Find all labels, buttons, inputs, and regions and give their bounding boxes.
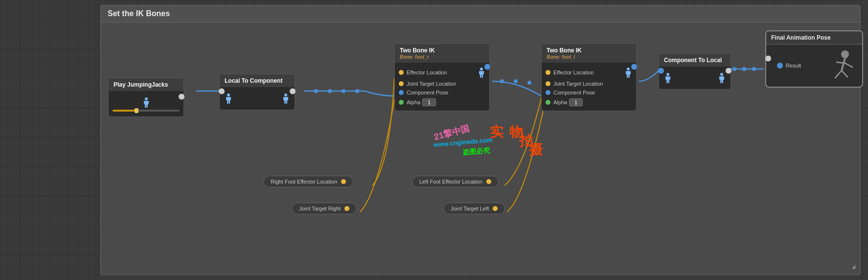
pin-dot-yellow	[493, 206, 498, 211]
svg-rect-22	[227, 101, 228, 104]
svg-rect-51	[723, 76, 724, 80]
svg-point-2	[328, 89, 332, 93]
svg-rect-17	[146, 105, 148, 108]
input-pin[interactable]	[765, 55, 771, 61]
svg-rect-26	[283, 97, 285, 100]
svg-point-42	[666, 73, 669, 76]
two-bone-ik-right-node: Two Bone IK Bone: foot_r Effector Locati…	[394, 44, 490, 111]
svg-line-57	[842, 70, 847, 77]
component-pose-pin-right[interactable]: Component Pose	[395, 88, 489, 97]
svg-rect-38	[626, 71, 627, 74]
final-animation-pose-body: Result	[766, 45, 862, 87]
running-person-icon	[828, 48, 857, 83]
play-jumping-jacks-header: Play JumpingJacks	[109, 78, 183, 91]
alpha-pin-left[interactable]: Alpha	[542, 97, 636, 108]
output-pin-right[interactable]	[484, 64, 490, 70]
svg-rect-50	[719, 76, 721, 80]
alpha-input-right[interactable]	[422, 98, 436, 106]
svg-point-5	[500, 79, 504, 83]
svg-rect-28	[284, 101, 286, 104]
pin-dot-green	[399, 100, 404, 105]
svg-point-10	[742, 67, 746, 71]
output-pin[interactable]	[726, 68, 731, 74]
final-animation-pose-node: Final Animation Pose Result	[765, 30, 863, 88]
left-foot-effector-pill[interactable]: Left Foot Effector Location	[412, 176, 499, 187]
svg-rect-35	[482, 75, 483, 78]
svg-point-48	[720, 73, 723, 76]
two-bone-ik-right-header: Two Bone IK Bone: foot_r	[395, 44, 489, 63]
svg-point-11	[752, 67, 756, 71]
pin-dot-blue	[546, 90, 550, 95]
svg-line-55	[842, 58, 845, 70]
output-pin-left[interactable]	[631, 64, 637, 70]
pin-dot-green	[546, 100, 550, 105]
pin-dot-yellow	[486, 179, 491, 184]
joint-target-left-pill[interactable]: Joint Target Left	[443, 203, 505, 214]
two-bone-ik-right-body: Effector Location Joint Target Location …	[395, 63, 489, 111]
corner-mark: ◢	[851, 263, 855, 270]
svg-rect-44	[665, 76, 667, 80]
joint-target-location-pin-left[interactable]: Joint Target Location	[542, 79, 636, 88]
component-to-local-body	[659, 67, 731, 89]
play-jumping-jacks-body	[109, 91, 183, 117]
two-bone-ik-left-body: Effector Location Joint Target Location …	[542, 63, 636, 111]
pin-dot-yellow	[341, 179, 346, 184]
effector-location-pin-right[interactable]: Effector Location	[395, 66, 489, 79]
joint-target-location-pin-right[interactable]: Joint Target Location	[395, 79, 489, 88]
input-pin[interactable]	[658, 68, 664, 74]
svg-rect-41	[629, 75, 630, 78]
right-foot-effector-pill[interactable]: Right Foot Effector Location	[263, 176, 353, 187]
watermark-2: www.cngineda.com	[434, 136, 493, 148]
component-pose-pin-left[interactable]: Component Pose	[542, 88, 636, 97]
joint-target-right-pill[interactable]: Joint Target Right	[292, 203, 357, 214]
component-to-local-header: Component To Local	[659, 54, 731, 67]
svg-rect-40	[627, 75, 628, 78]
pin-dot-yellow	[344, 206, 349, 211]
svg-rect-34	[480, 75, 481, 78]
svg-rect-45	[669, 76, 670, 80]
watermark-1: 21擎中国	[433, 122, 471, 143]
local-to-component-body	[220, 87, 295, 110]
watermark-7: 盗图必究	[462, 146, 490, 158]
svg-line-58	[837, 62, 845, 63]
input-pin[interactable]	[219, 89, 225, 94]
output-pin[interactable]	[179, 94, 184, 100]
two-bone-ik-left-node: Two Bone IK Bone: foot_l Effector Locati…	[541, 44, 637, 111]
effector-location-pin-left[interactable]: Effector Location	[542, 66, 636, 79]
svg-rect-20	[226, 97, 228, 100]
svg-point-54	[841, 50, 849, 58]
result-pin[interactable]: Result	[771, 61, 828, 70]
alpha-pin-right[interactable]: Alpha	[395, 97, 489, 108]
pin-dot-blue	[777, 63, 783, 69]
svg-rect-32	[479, 71, 480, 74]
local-to-component-header: Local To Component	[220, 74, 295, 87]
svg-rect-23	[229, 101, 230, 104]
play-jumping-jacks-node: Play JumpingJacks	[108, 78, 184, 117]
svg-line-56	[835, 70, 842, 78]
svg-point-18	[227, 93, 230, 96]
final-animation-pose-header: Final Animation Pose	[766, 31, 862, 45]
local-to-component-node: Local To Component	[219, 74, 295, 110]
svg-rect-47	[668, 80, 670, 83]
component-to-local-node: Component To Local	[659, 53, 731, 90]
svg-rect-21	[229, 97, 231, 100]
svg-rect-33	[482, 71, 484, 74]
svg-point-7	[527, 81, 531, 85]
alpha-input-left[interactable]	[569, 98, 583, 106]
svg-point-12	[145, 97, 148, 100]
panel-title: Set the IK Bones	[101, 5, 860, 23]
watermark-4: 物	[509, 123, 523, 141]
svg-rect-39	[629, 71, 631, 74]
svg-point-6	[514, 79, 518, 83]
svg-line-59	[845, 63, 852, 67]
pin-dot-yellow	[399, 81, 404, 86]
output-pin[interactable]	[290, 89, 296, 94]
svg-point-24	[284, 93, 287, 96]
watermark-3: 实	[490, 123, 503, 141]
pin-dot-yellow	[399, 70, 404, 75]
person-icon	[142, 97, 150, 108]
pin-dot-yellow	[546, 81, 550, 86]
svg-rect-52	[720, 80, 722, 83]
two-bone-ik-left-header: Two Bone IK Bone: foot_l	[542, 44, 636, 63]
main-panel: Set the IK Bones	[100, 5, 861, 275]
